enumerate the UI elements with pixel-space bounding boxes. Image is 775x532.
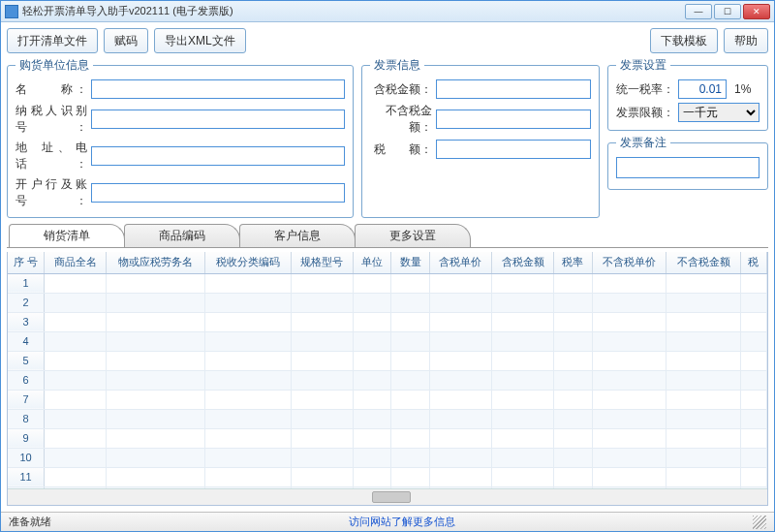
cell[interactable]: [429, 331, 491, 351]
cell[interactable]: [554, 293, 592, 312]
cell[interactable]: [107, 448, 204, 467]
table-row[interactable]: 8: [8, 409, 767, 428]
cell[interactable]: [666, 351, 741, 370]
cell[interactable]: [666, 293, 741, 312]
cell[interactable]: [45, 370, 107, 390]
cell[interactable]: [592, 331, 666, 351]
cell[interactable]: [666, 312, 741, 331]
table-row[interactable]: 10: [8, 448, 767, 467]
data-grid[interactable]: 序 号商品全名物或应税劳务名税收分类编码规格型号单位数量含税单价含税金额税率不含…: [8, 252, 767, 488]
cell[interactable]: [666, 390, 741, 409]
cell[interactable]: [492, 331, 554, 351]
maximize-button[interactable]: ☐: [714, 4, 741, 19]
cell[interactable]: [666, 273, 741, 293]
cell[interactable]: [353, 351, 390, 370]
cell[interactable]: [740, 448, 766, 467]
cell[interactable]: [204, 293, 291, 312]
cell[interactable]: [291, 390, 353, 409]
cell[interactable]: [353, 312, 390, 331]
open-file-button[interactable]: 打开清单文件: [7, 28, 98, 53]
tab-3[interactable]: 更多设置: [355, 224, 471, 247]
cell[interactable]: [740, 351, 766, 370]
horizontal-scrollbar[interactable]: [8, 488, 767, 505]
buyer-bank-input[interactable]: [91, 183, 345, 203]
cell[interactable]: [45, 351, 107, 370]
table-row[interactable]: 1: [8, 273, 767, 293]
cell[interactable]: [429, 273, 491, 293]
cell[interactable]: [492, 312, 554, 331]
cell[interactable]: [107, 370, 204, 390]
cell[interactable]: [107, 467, 204, 486]
cell[interactable]: [554, 409, 592, 428]
cell[interactable]: [107, 312, 204, 331]
cell[interactable]: [666, 467, 741, 486]
cell[interactable]: [353, 448, 390, 467]
cell[interactable]: [353, 370, 390, 390]
cell[interactable]: [554, 351, 592, 370]
cell[interactable]: [107, 390, 204, 409]
cell[interactable]: [592, 273, 666, 293]
assign-code-button[interactable]: 赋码: [104, 28, 148, 53]
minimize-button[interactable]: —: [685, 4, 712, 19]
cell[interactable]: [740, 273, 766, 293]
cell[interactable]: [204, 273, 291, 293]
cell[interactable]: [204, 428, 291, 448]
cell[interactable]: [592, 428, 666, 448]
cell[interactable]: [429, 351, 491, 370]
cell[interactable]: [492, 351, 554, 370]
cell[interactable]: [740, 428, 766, 448]
cell[interactable]: [391, 293, 429, 312]
cell[interactable]: [492, 390, 554, 409]
cell[interactable]: [391, 312, 429, 331]
cell[interactable]: [353, 409, 390, 428]
cell[interactable]: [291, 370, 353, 390]
cell[interactable]: [666, 370, 741, 390]
cell[interactable]: [204, 331, 291, 351]
cell[interactable]: [45, 293, 107, 312]
column-header[interactable]: 不含税金额: [666, 252, 741, 273]
cell[interactable]: [592, 370, 666, 390]
cell[interactable]: [429, 293, 491, 312]
cell[interactable]: [291, 467, 353, 486]
tax-amount-input[interactable]: [436, 140, 591, 159]
cell[interactable]: [554, 273, 592, 293]
table-row[interactable]: 7: [8, 390, 767, 409]
cell[interactable]: [592, 351, 666, 370]
cell[interactable]: [666, 331, 741, 351]
cell[interactable]: [492, 467, 554, 486]
cell[interactable]: [107, 331, 204, 351]
cell[interactable]: [291, 273, 353, 293]
scrollbar-thumb[interactable]: [372, 491, 411, 503]
download-template-button[interactable]: 下载模板: [650, 28, 718, 53]
cell[interactable]: [391, 351, 429, 370]
cell[interactable]: [45, 273, 107, 293]
status-link[interactable]: 访问网站了解更多信息: [349, 515, 455, 529]
table-row[interactable]: 4: [8, 331, 767, 351]
cell[interactable]: [666, 428, 741, 448]
cell[interactable]: [391, 467, 429, 486]
cell[interactable]: [291, 331, 353, 351]
rate-input[interactable]: [678, 79, 727, 99]
cell[interactable]: [291, 312, 353, 331]
cell[interactable]: [391, 428, 429, 448]
cell[interactable]: [291, 293, 353, 312]
cell[interactable]: [353, 390, 390, 409]
cell[interactable]: [204, 370, 291, 390]
cell[interactable]: [740, 293, 766, 312]
cell[interactable]: [291, 428, 353, 448]
table-row[interactable]: 11: [8, 467, 767, 486]
cell[interactable]: [107, 409, 204, 428]
cell[interactable]: [391, 331, 429, 351]
incl-tax-input[interactable]: [436, 79, 591, 99]
cell[interactable]: [492, 448, 554, 467]
cell[interactable]: [554, 312, 592, 331]
cell[interactable]: [391, 370, 429, 390]
help-button[interactable]: 帮助: [724, 28, 768, 53]
cell[interactable]: [291, 351, 353, 370]
column-header[interactable]: 数量: [391, 252, 429, 273]
cell[interactable]: [45, 467, 107, 486]
cell[interactable]: [45, 331, 107, 351]
cell[interactable]: [592, 409, 666, 428]
cell[interactable]: [592, 448, 666, 467]
cell[interactable]: [107, 428, 204, 448]
